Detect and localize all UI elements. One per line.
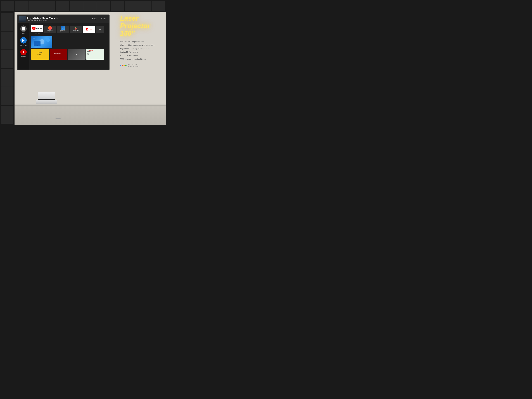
tv-display: Beautiful Lofoten (Norway / Arctic C... … xyxy=(18,15,109,70)
app-tile-google-play-music[interactable]: ♪ Google Play Music xyxy=(44,26,56,33)
sidebar-item-watch-next-label: Watch Next xyxy=(20,44,27,46)
ceiling-panel xyxy=(42,1,55,11)
sidebar-item-watch-next[interactable]: Watch Next xyxy=(20,37,27,46)
laser-specs-list: Massive 150″ projection area Ultra-short… xyxy=(120,40,162,61)
ceiling-panel xyxy=(125,1,138,11)
google-play-store-icon: Google Play Store xyxy=(70,26,82,33)
apps-row: YouTube YouTube ♪ Google Play Music xyxy=(31,25,107,34)
google-dot-red xyxy=(122,65,123,66)
now-playing-info: Beautiful Lofoten (Norway / Arctic C... … xyxy=(27,17,89,21)
ceiling-panel xyxy=(29,1,42,11)
ceiling-panel xyxy=(152,1,165,11)
table-surface xyxy=(14,104,166,105)
sidebar-item-youtube-label: YouTube xyxy=(21,56,26,57)
wall-panel xyxy=(1,50,13,68)
ceiling-panel xyxy=(138,1,152,11)
spec-item: Ultra-short throw distance, wall mountab… xyxy=(120,43,162,47)
video-thumb-spongebob[interactable]: LET DE MURPHY Drawing About xyxy=(31,49,49,60)
open-button[interactable]: OPEN xyxy=(91,17,99,20)
add-app-button[interactable]: + xyxy=(96,26,104,33)
stop-button[interactable]: STOP xyxy=(100,17,108,20)
gplay-store-label-line1: Google Play xyxy=(73,30,79,31)
laser-projector-title: LaserProjector150" xyxy=(120,14,162,37)
gplay-music-label-line1: Google Play xyxy=(48,30,53,31)
ceiling xyxy=(0,0,166,12)
tv-screen: Beautiful Lofoten (Norway / Arctic C... … xyxy=(17,14,109,70)
play-icon xyxy=(22,39,25,42)
grid-icon xyxy=(22,27,25,31)
now-playing-bar: Beautiful Lofoten (Norway / Arctic C... … xyxy=(18,15,109,23)
sidebar-item-youtube[interactable]: YouTube xyxy=(20,49,27,57)
left-wall xyxy=(0,12,14,125)
svg-marker-2 xyxy=(75,28,77,30)
gplay-movies-label-line2: Movies & TV xyxy=(60,32,66,32)
apps-icon xyxy=(20,25,27,32)
wall-panel xyxy=(1,106,13,124)
wall-panel xyxy=(1,13,13,31)
gplay-store-label-line2: Store xyxy=(75,32,77,32)
wall-panel xyxy=(1,87,13,105)
ceiling-panel xyxy=(1,1,14,11)
ceiling-panel xyxy=(15,1,28,11)
video-thumb-barcelona[interactable]: HIGHLIGHTS (6-1) vs xyxy=(50,49,67,60)
sidebar-item-apps-label: Apps xyxy=(22,33,25,34)
watch-next-icon xyxy=(20,37,27,44)
gplay-music-label-line2: Music xyxy=(49,32,51,32)
spec-item: 3000 : 1 native contrast xyxy=(120,54,162,57)
cable xyxy=(55,118,61,119)
kids-icon: Kids xyxy=(83,26,95,33)
google-dots xyxy=(120,65,127,66)
video-thumb-music[interactable]: ♪ ♫ xyxy=(68,49,86,60)
app-tile-youtube[interactable]: YouTube xyxy=(31,25,43,32)
google-assistant-badge: works with the Google Assistant xyxy=(120,63,162,67)
now-playing-subtitle: YouTube · Stefan Zimmermann xyxy=(27,19,89,21)
google-assistant-text: works with the Google Assistant xyxy=(128,63,139,67)
video-thumb-drawmylife[interactable]: TIRARSE PARAC... Draw my life xyxy=(86,49,104,60)
wall-panel xyxy=(1,69,13,87)
sidebar-item-apps[interactable]: Apps xyxy=(20,25,27,34)
google-dot-green xyxy=(125,65,127,66)
spec-item: 5000 lumens source brightness xyxy=(120,57,162,61)
ceiling-panel xyxy=(56,1,69,11)
ceiling-panel xyxy=(97,1,110,11)
wall-panel xyxy=(1,32,13,50)
tv-sidebar: Apps Watch Next YouTube xyxy=(18,23,29,70)
ceiling-panel xyxy=(83,1,97,11)
selected-outline xyxy=(31,25,43,32)
kids-label: Kids xyxy=(89,29,92,30)
youtube-video-row: LET DE MURPHY Drawing About HIGHLIGHTS (… xyxy=(31,49,107,60)
app-tile-google-play-store[interactable]: Google Play Store xyxy=(70,26,82,33)
youtube-play-icon xyxy=(23,51,25,53)
featured-thumbnail xyxy=(31,36,52,48)
now-playing-thumbnail xyxy=(19,16,26,22)
watch-next-thumbnails xyxy=(31,36,107,48)
google-dot-yellow xyxy=(124,65,125,66)
app-tile-google-play-movies[interactable]: ▶ Google Play Movies & TV xyxy=(57,26,69,33)
google-play-store-svg xyxy=(74,26,78,30)
spec-item: Massive 150″ projection area xyxy=(120,40,162,43)
google-play-music-icon: ♪ Google Play Music xyxy=(44,26,56,33)
google-play-movies-icon: ▶ Google Play Movies & TV xyxy=(57,26,69,33)
tv-main-content: YouTube YouTube ♪ Google Play Music xyxy=(29,23,109,70)
now-playing-title: Beautiful Lofoten (Norway / Arctic C... xyxy=(27,17,89,19)
youtube-sidebar-icon xyxy=(20,49,27,55)
animated-thumbnail xyxy=(31,36,52,48)
ceiling-panel xyxy=(111,1,124,11)
youtube-app-label: YouTube xyxy=(34,32,40,34)
gplay-movies-label-line1: Google Play xyxy=(60,30,66,31)
spec-item: Built-in Mi TV platform xyxy=(120,50,162,54)
projector-body xyxy=(38,92,55,100)
laser-projector-info: LaserProjector150" Massive 150″ projecti… xyxy=(120,14,162,67)
app-tile-kids[interactable]: Kids xyxy=(83,26,95,33)
display-table xyxy=(14,104,166,125)
google-dot-blue xyxy=(120,65,121,66)
ceiling-panel xyxy=(70,1,83,11)
spec-item: High colour accuracy and brightness xyxy=(120,47,162,51)
